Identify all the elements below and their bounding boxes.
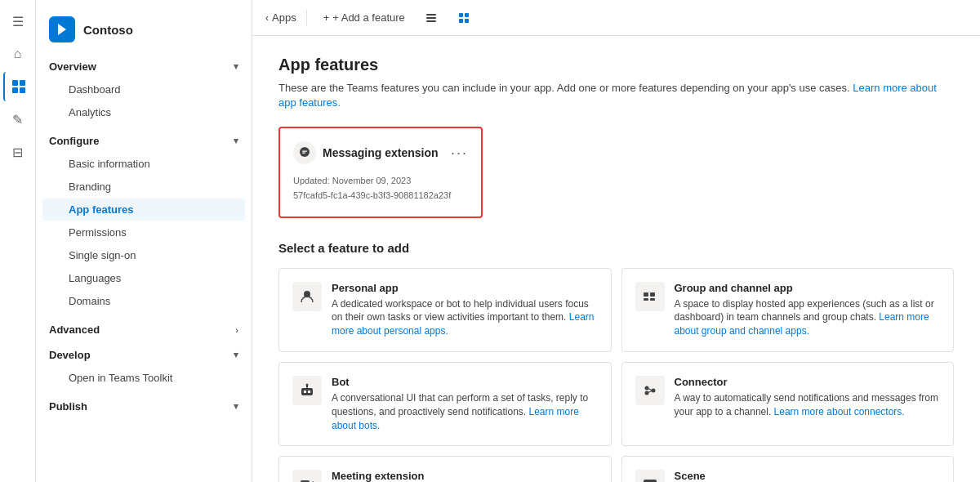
nav-item-analytics[interactable]: Analytics	[42, 101, 245, 123]
connector-desc: A way to automatically send notification…	[675, 391, 941, 419]
grid-view-button[interactable]	[451, 5, 477, 31]
svg-rect-17	[644, 292, 648, 297]
scene-content: Scene A custom virtual scene people can …	[675, 470, 941, 482]
svg-rect-11	[465, 19, 469, 23]
table-icon[interactable]: ⊟	[3, 137, 33, 167]
personal-app-option[interactable]: Personal app A dedicated workspace or bo…	[278, 268, 612, 352]
svg-rect-10	[459, 19, 463, 23]
bot-desc: A conversational UI that can perform a s…	[332, 391, 598, 432]
feature-id: 57fcafd5-fc1a-439c-b3f3-90881182a23f	[293, 189, 468, 203]
apps-icon[interactable]	[3, 72, 33, 101]
svg-line-29	[648, 389, 652, 391]
bot-option[interactable]: Bot A conversational UI that can perform…	[278, 362, 612, 446]
scene-option[interactable]: Scene A custom virtual scene people can …	[621, 456, 955, 482]
hamburger-icon[interactable]: ☰	[3, 7, 33, 36]
nav-item-domains[interactable]: Domains	[42, 290, 245, 312]
svg-rect-18	[650, 292, 655, 297]
svg-line-30	[648, 391, 652, 392]
svg-rect-3	[20, 87, 25, 93]
messaging-extension-icon	[293, 141, 316, 164]
connector-option[interactable]: Connector A way to automatically send no…	[621, 362, 955, 446]
page-title: App features	[278, 56, 954, 74]
svg-rect-19	[644, 298, 648, 301]
personal-app-learn-more[interactable]: Learn more about personal apps.	[332, 311, 595, 337]
connector-learn-more[interactable]: Learn more about connectors.	[774, 406, 905, 417]
messaging-extension-card[interactable]: Messaging extension ··· Updated: Novembe…	[278, 127, 483, 217]
scene-icon	[635, 470, 665, 482]
page-desc-text: These are the Teams features you can inc…	[278, 82, 850, 94]
back-label: Apps	[272, 11, 296, 24]
svg-rect-1	[20, 80, 25, 86]
nav-section-develop[interactable]: Develop ▾	[36, 344, 252, 366]
features-grid: Personal app A dedicated workspace or bo…	[278, 268, 954, 482]
svg-rect-0	[12, 80, 18, 86]
feature-card-title-row: Messaging extension	[293, 141, 439, 164]
group-channel-learn-more[interactable]: Learn more about group and channel apps.	[675, 311, 929, 337]
svg-point-27	[644, 391, 648, 395]
develop-label: Develop	[49, 349, 91, 361]
advanced-chevron: ›	[235, 325, 238, 335]
personal-app-content: Personal app A dedicated workspace or bo…	[332, 282, 598, 338]
svg-marker-4	[58, 24, 66, 35]
bot-icon	[292, 376, 322, 405]
group-channel-app-icon	[635, 282, 665, 311]
overview-chevron: ▾	[234, 61, 238, 72]
connector-title: Connector	[675, 376, 941, 388]
svg-rect-2	[12, 87, 18, 93]
topbar-divider	[306, 10, 307, 26]
nav-item-teams-toolkit[interactable]: Open in Teams Toolkit	[42, 367, 245, 389]
meeting-extension-title: Meeting extension	[332, 470, 598, 482]
bot-learn-more[interactable]: Learn more about bots.	[332, 406, 579, 431]
feature-card-header: Messaging extension ···	[293, 141, 468, 164]
svg-point-28	[651, 388, 655, 392]
topbar: ‹ Apps + + Add a feature	[252, 0, 980, 36]
svg-rect-5	[426, 14, 436, 16]
svg-point-26	[644, 386, 648, 390]
publish-chevron: ▾	[234, 401, 238, 412]
svg-rect-9	[465, 13, 469, 17]
svg-rect-23	[308, 391, 310, 393]
nav-section-overview[interactable]: Overview ▾	[36, 56, 252, 78]
page-description: These are the Teams features you can inc…	[278, 81, 954, 110]
nav-item-basic-info[interactable]: Basic information	[42, 153, 245, 175]
personal-app-icon	[292, 282, 322, 311]
nav-item-permissions[interactable]: Permissions	[42, 221, 245, 243]
scene-title: Scene	[675, 470, 941, 482]
svg-rect-7	[426, 20, 436, 22]
app-header: Contoso	[36, 10, 252, 56]
app-logo	[49, 16, 75, 42]
edit-icon[interactable]: ✎	[3, 105, 33, 134]
group-channel-app-option[interactable]: Group and channel app A space to display…	[621, 268, 955, 352]
list-view-button[interactable]	[418, 5, 444, 31]
configure-chevron: ▾	[234, 136, 238, 146]
nav-item-branding[interactable]: Branding	[42, 176, 245, 198]
svg-rect-8	[459, 13, 463, 17]
meeting-extension-option[interactable]: Meeting extension Options for integratin…	[278, 456, 612, 482]
feature-card-name: Messaging extension	[323, 146, 439, 159]
home-icon[interactable]: ⌂	[3, 39, 33, 69]
personal-app-desc: A dedicated workspace or bot to help ind…	[332, 297, 598, 338]
svg-rect-21	[301, 388, 313, 395]
add-feature-button[interactable]: + + Add a feature	[317, 5, 412, 31]
nav-item-dashboard[interactable]: Dashboard	[42, 78, 245, 100]
nav-item-sso[interactable]: Single sign-on	[42, 244, 245, 266]
back-button[interactable]: ‹ Apps	[265, 11, 296, 24]
nav-section-publish[interactable]: Publish ▾	[36, 395, 252, 417]
connector-icon	[635, 376, 665, 405]
nav-item-languages[interactable]: Languages	[42, 267, 245, 289]
nav-section-configure[interactable]: Configure ▾	[36, 130, 252, 152]
add-feature-label: + Add a feature	[332, 11, 405, 24]
page-content: App features These are the Teams feature…	[252, 36, 980, 482]
nav-item-app-features[interactable]: App features	[42, 199, 245, 221]
feature-card-more-button[interactable]: ···	[451, 145, 468, 162]
personal-app-title: Personal app	[332, 282, 598, 294]
left-rail: ☰ ⌂ ✎ ⊟	[0, 0, 36, 482]
nav-section-advanced[interactable]: Advanced ›	[36, 319, 252, 341]
group-channel-desc: A space to display hosted app experience…	[675, 297, 941, 338]
group-channel-content: Group and channel app A space to display…	[675, 282, 941, 338]
main-area: ‹ Apps + + Add a feature App features	[252, 0, 980, 482]
overview-label: Overview	[49, 60, 96, 73]
develop-chevron: ▾	[234, 350, 238, 360]
bot-title: Bot	[332, 376, 598, 388]
svg-rect-14	[302, 153, 305, 154]
